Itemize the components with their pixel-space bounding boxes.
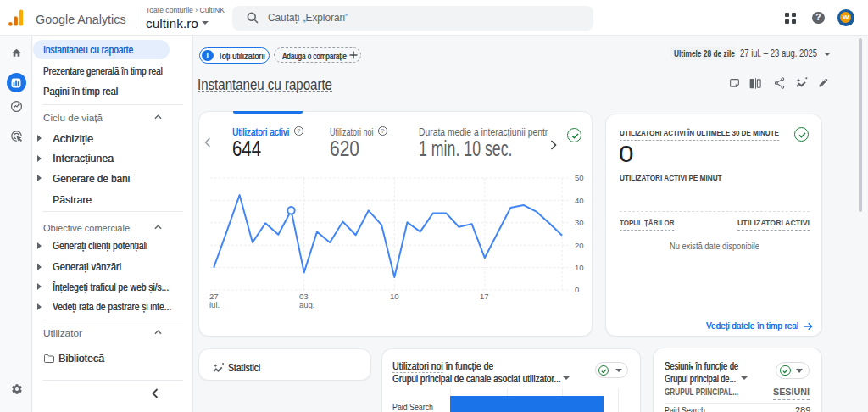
svg-text:iul.: iul. xyxy=(209,300,220,309)
svg-text:aug.: aug. xyxy=(299,300,315,309)
svg-text:20: 20 xyxy=(575,241,584,250)
svg-text:30: 30 xyxy=(575,218,584,227)
svg-text:10: 10 xyxy=(575,263,584,272)
svg-text:10: 10 xyxy=(390,292,399,301)
svg-text:0: 0 xyxy=(575,285,579,294)
svg-text:50: 50 xyxy=(575,173,584,182)
svg-text:40: 40 xyxy=(575,196,584,205)
svg-text:17: 17 xyxy=(480,292,489,301)
